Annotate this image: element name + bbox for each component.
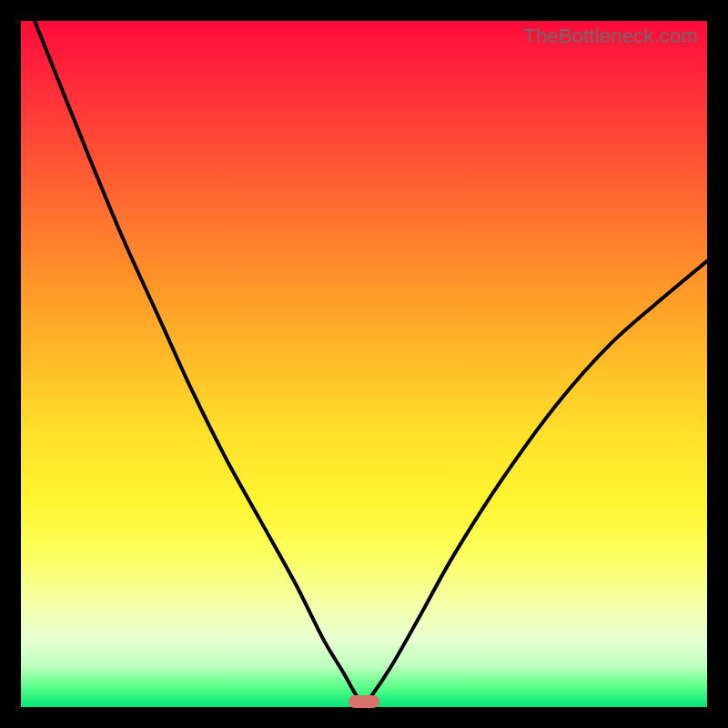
chart-frame: TheBottleneck.com [0, 0, 728, 728]
bottleneck-curve [21, 21, 707, 707]
curve-path [35, 21, 707, 703]
optimum-marker [349, 695, 379, 708]
plot-area: TheBottleneck.com [21, 21, 707, 707]
